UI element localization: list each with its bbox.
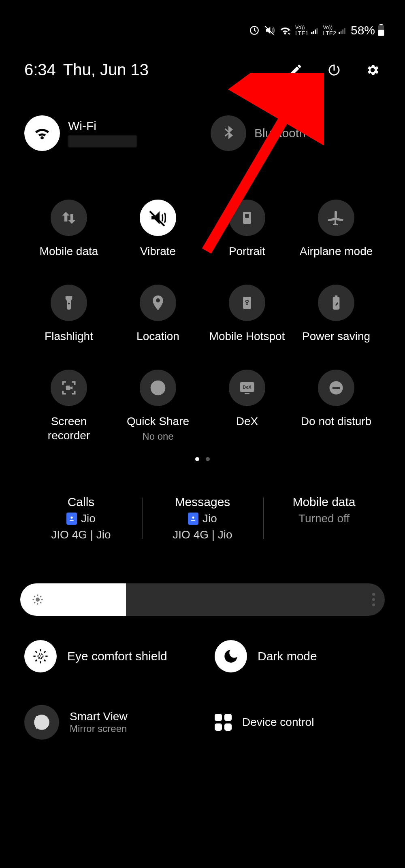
svg-point-16 [68,303,70,304]
svg-point-21 [246,303,248,305]
vibrate-icon [140,200,176,236]
tile-label: Power saving [302,329,370,343]
settings-icon[interactable] [364,62,381,78]
svg-line-39 [40,602,41,603]
tile-location[interactable]: Location [113,285,202,353]
page-dot [195,457,199,461]
power-icon[interactable] [326,62,342,78]
svg-text:A: A [39,654,42,659]
wifi-network-hidden [68,135,137,147]
mute-vibrate-icon [264,25,275,36]
device-control-title: Device control [242,716,314,729]
dark-mode-toggle[interactable]: Dark mode [215,640,381,672]
sim-carrier: Jio [202,512,217,525]
page-indicator[interactable] [20,457,385,461]
recorder-icon [51,370,87,406]
sim-messages[interactable]: Messages Jio JIO 4G | Jio [142,494,263,543]
svg-text:DeX: DeX [243,385,252,389]
tile-label: Mobile data [40,244,98,258]
svg-rect-4 [315,30,316,34]
tile-label: Flashlight [45,329,93,343]
wifi-toggle[interactable]: Wi-Fi [24,115,194,151]
tile-mobile-data[interactable]: Mobile data [24,200,113,268]
svg-line-38 [34,596,35,597]
tile-sublabel: No one [142,431,173,442]
tile-portrait[interactable]: Portrait [202,200,292,268]
sim-panel: Calls Jio JIO 4G | Jio Messages Jio JIO … [20,494,385,543]
tile-label: DeX [236,414,258,428]
quick-settings-grid: Mobile dataVibratePortraitAirplane modeF… [20,200,385,443]
svg-rect-7 [341,31,342,34]
sim-head: Messages [175,495,230,509]
wifi-icon [279,24,291,36]
svg-rect-5 [316,28,318,34]
svg-point-32 [192,517,194,519]
sim-head: Mobile data [292,495,355,509]
battery-indicator: 58% [351,23,385,37]
battery-leaf-icon [318,285,354,321]
svg-rect-30 [333,387,340,389]
svg-rect-27 [245,393,249,394]
svg-rect-22 [333,297,340,310]
tile-label: Quick Share [127,414,189,428]
tile-label: Screen recorder [28,414,109,443]
sim-calls[interactable]: Calls Jio JIO 4G | Jio [20,494,142,543]
sim-detail: JIO 4G | Jio [51,528,111,541]
smart-view-tile[interactable]: Smart View Mirror screen [24,705,190,740]
bluetooth-icon [211,115,246,151]
edit-icon[interactable] [288,62,304,78]
more-icon[interactable] [372,593,375,606]
svg-rect-3 [313,31,314,34]
hotspot-icon [229,285,265,321]
airplane-icon [318,200,354,236]
svg-rect-2 [311,32,312,34]
bluetooth-toggle[interactable]: Bluetooth [211,115,381,151]
svg-line-41 [40,596,41,597]
tile-power-saving[interactable]: Power saving [292,285,381,353]
swap-icon [51,200,87,236]
tile-flashlight[interactable]: Flashlight [24,285,113,353]
svg-rect-24 [66,386,70,390]
sun-icon [32,594,44,606]
sim-status: Turned off [298,512,350,525]
portrait-icon [229,200,265,236]
svg-rect-12 [378,30,384,36]
tile-hotspot[interactable]: Mobile Hotspot [202,285,292,353]
svg-line-48 [36,651,37,653]
contact-chip-icon [188,513,198,525]
smart-view-sub: Mirror screen [70,723,128,734]
brightness-slider[interactable] [20,583,385,616]
tile-label: Mobile Hotspot [209,329,285,343]
svg-rect-23 [335,296,338,297]
smart-view-title: Smart View [70,710,128,723]
svg-point-31 [70,517,72,519]
tile-label: Do not disturb [301,414,371,428]
tile-dex[interactable]: DeXDeX [202,370,292,443]
svg-rect-15 [245,214,249,218]
svg-line-49 [44,660,46,662]
alarm-icon [249,25,260,36]
svg-line-51 [44,651,46,653]
eye-comfort-label: Eye comfort shield [67,649,167,663]
smart-view-icon [24,705,59,740]
header: 6:34 Thu, Jun 13 [20,61,385,79]
tile-vibrate[interactable]: Vibrate [113,200,202,268]
svg-line-50 [36,660,37,662]
tile-recorder[interactable]: Screen recorder [24,370,113,443]
dnd-icon [318,370,354,406]
moon-icon [215,640,247,672]
dark-mode-label: Dark mode [258,649,317,663]
flashlight-icon [51,285,87,321]
tile-quick-share[interactable]: Quick ShareNo one [113,370,202,443]
tile-airplane[interactable]: Airplane mode [292,200,381,268]
tile-dnd[interactable]: Do not disturb [292,370,381,443]
contact-chip-icon [66,513,77,525]
page-dot [206,457,210,461]
tile-label: Location [136,329,179,343]
device-control-tile[interactable]: Device control [215,705,381,740]
header-time: 6:34 [24,61,56,79]
eye-comfort-toggle[interactable]: A Eye comfort shield [24,640,190,672]
tile-label: Airplane mode [300,244,373,258]
sim-mobile-data[interactable]: Mobile data Turned off [263,494,385,543]
dex-icon: DeX [229,370,265,406]
